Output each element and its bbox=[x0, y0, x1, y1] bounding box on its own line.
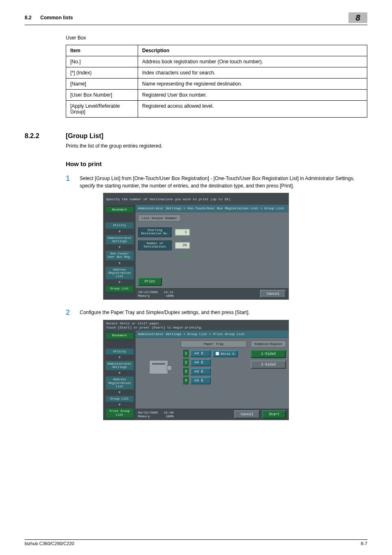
table-row: [*] (Index)Index characters used for sea… bbox=[66, 67, 367, 79]
cancel-button[interactable]: Cancel bbox=[234, 410, 260, 419]
label-starting-dest: Starting Destination No. bbox=[138, 227, 172, 237]
step-number: 2 bbox=[66, 309, 80, 317]
tray-number: 3 bbox=[183, 368, 189, 375]
table-row: [No.]Address book registration number (O… bbox=[66, 56, 367, 67]
printer-icon bbox=[149, 360, 168, 374]
chevron-down-icon: ▼ bbox=[105, 246, 134, 249]
crumb-admin[interactable]: Administrator Settings bbox=[105, 235, 134, 245]
chevron-down-icon: ▼ bbox=[105, 404, 134, 406]
step-text: Select [Group List] from [One-Touch/User… bbox=[80, 175, 367, 190]
chevron-down-icon: ▼ bbox=[105, 356, 134, 359]
crumb-utility[interactable]: Utility bbox=[105, 348, 134, 355]
input-num-dest[interactable]: 20 bbox=[175, 242, 190, 249]
two-sided-button[interactable]: 2-Sided bbox=[251, 361, 286, 369]
breadcrumb-sidebar: Bookmark Utility ▼ Administrator Setting… bbox=[104, 205, 136, 299]
panel-instruction: Select 8½×11 or 11×17 paper. Touch [Star… bbox=[104, 320, 288, 331]
crumb-grouplist[interactable]: Group List bbox=[105, 395, 134, 402]
chapter-badge: 8 bbox=[348, 12, 367, 23]
breadcrumb-sidebar: Bookmark Utility ▼ Administrator Setting… bbox=[104, 331, 136, 420]
step-number: 1 bbox=[66, 175, 80, 190]
table-row: [Name]Name representing the registered d… bbox=[66, 79, 367, 90]
crumb-onetouch[interactable]: One-Touch/ User Box Reg. bbox=[105, 250, 134, 261]
crumb-grouplist[interactable]: Group List bbox=[105, 285, 134, 292]
panel-instruction: Specify the number of destinations you w… bbox=[104, 193, 288, 205]
howto-heading: How to print bbox=[25, 160, 367, 167]
tray-button[interactable]: A4 D bbox=[190, 350, 211, 357]
crumb-bookmark[interactable]: Bookmark bbox=[105, 206, 134, 213]
chevron-down-icon: ▼ bbox=[105, 281, 134, 284]
tray-number: 2 bbox=[183, 359, 189, 366]
tray-button[interactable]: A4 D bbox=[190, 377, 211, 384]
intro-text: Prints the list of the group entries reg… bbox=[25, 143, 367, 149]
th-item: Item bbox=[66, 45, 138, 56]
label-num-dest: Number of Destinations bbox=[138, 240, 172, 250]
crumb-reglist[interactable]: Address Registration List bbox=[105, 266, 134, 280]
subsection-title: [Group List] bbox=[66, 132, 104, 140]
screenshot-print-group-list: Select 8½×11 or 11×17 paper. Touch [Star… bbox=[103, 320, 289, 420]
chevron-down-icon: ▼ bbox=[105, 262, 134, 265]
crumb-reglist[interactable]: Address Registration List bbox=[105, 376, 134, 390]
running-header: 8.2 Common lists bbox=[25, 12, 73, 21]
tray-number: 1 bbox=[183, 350, 189, 357]
screenshot-group-list: Specify the number of destinations you w… bbox=[103, 193, 289, 300]
crumb-bookmark[interactable]: Bookmark bbox=[105, 332, 134, 339]
subsection-number: 8.2.2 bbox=[25, 132, 66, 140]
cancel-button[interactable]: Cancel bbox=[260, 290, 286, 298]
footer-model: bizhub C360/C280/C220 bbox=[25, 541, 74, 546]
tray-button[interactable]: A4 D bbox=[190, 359, 211, 366]
table-row: [Apply Level/Referable Group]Registered … bbox=[66, 101, 367, 118]
userbox-label: User Box bbox=[66, 35, 367, 41]
one-sided-button[interactable]: 1-Sided bbox=[251, 350, 286, 358]
section-title: Common lists bbox=[40, 15, 73, 21]
step-text: Configure the Paper Tray and Simplex/Dup… bbox=[80, 309, 250, 317]
tray-button[interactable]: A4 D bbox=[190, 368, 211, 375]
chevron-down-icon: ▼ bbox=[105, 231, 134, 233]
section-number: 8.2 bbox=[25, 15, 32, 21]
tray-extra-button[interactable]: 8½×11 D bbox=[212, 350, 238, 357]
table-row: [User Box Number]Registered User Box num… bbox=[66, 90, 367, 101]
input-starting-dest[interactable]: 1 bbox=[175, 229, 190, 236]
breadcrumb-path: Administrator Settings > Group List > Pr… bbox=[136, 331, 288, 338]
breadcrumb-path: Administrator Settings > One-Touch/User … bbox=[136, 205, 288, 212]
start-button[interactable]: Start bbox=[262, 410, 286, 419]
header-rule bbox=[25, 25, 367, 25]
crumb-admin[interactable]: Administrator Settings bbox=[105, 361, 134, 371]
col-paper-tray: Paper Tray bbox=[181, 340, 247, 347]
th-desc: Description bbox=[138, 45, 367, 56]
plug-icon bbox=[216, 352, 219, 355]
chevron-down-icon: ▼ bbox=[105, 391, 134, 394]
footer-page: 8-7 bbox=[361, 541, 367, 546]
status-datetime: 10/13/2008 14:11 Memory 100% bbox=[138, 290, 173, 298]
crumb-utility[interactable]: Utility bbox=[105, 222, 134, 229]
page-footer: bizhub C360/C280/C220 8-7 bbox=[25, 539, 367, 546]
print-button[interactable]: Print bbox=[138, 278, 162, 286]
chevron-down-icon: ▼ bbox=[105, 372, 134, 375]
tab-list-output[interactable]: List Output Number bbox=[138, 215, 181, 222]
range-hint: 1 - 20 bbox=[177, 254, 286, 258]
crumb-print-grouplist[interactable]: Print Group List bbox=[105, 408, 134, 418]
status-datetime: 04/23/2009 15:40 Memory 100% bbox=[138, 411, 173, 418]
userbox-table: Item Description [No.]Address book regis… bbox=[66, 45, 367, 118]
col-simplex-duplex: Simplex/Duplex bbox=[251, 340, 286, 347]
tray-number: 4 bbox=[183, 377, 189, 384]
